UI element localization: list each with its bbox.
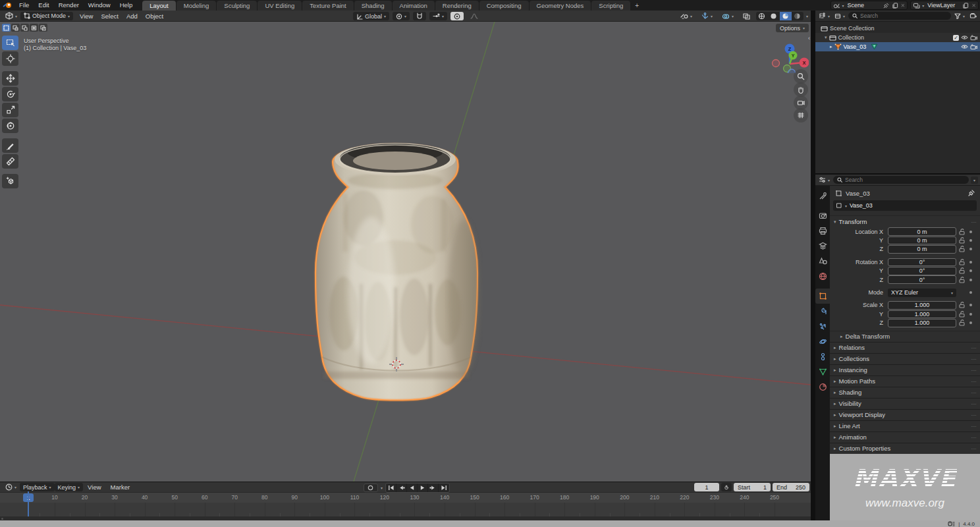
overlays-dropdown[interactable]: ▾ — [719, 12, 737, 20]
remove-viewlayer-icon[interactable]: ✕ — [971, 3, 976, 9]
viewport-menu-object[interactable]: Object — [142, 11, 167, 22]
lock-open-icon[interactable] — [956, 246, 967, 252]
pivot-point-dropdown[interactable]: ▾ — [393, 12, 410, 20]
lock-open-icon[interactable] — [956, 311, 967, 318]
gizmos-dropdown[interactable]: ▾ — [698, 12, 716, 20]
select-mode-invert[interactable] — [30, 24, 38, 32]
disclosure-closed-icon[interactable]: ▸ — [830, 44, 832, 49]
tool-transform[interactable] — [2, 119, 18, 133]
value-field[interactable]: 0 m — [888, 227, 956, 236]
panel-custom-properties[interactable]: Custom Properties···· — [830, 443, 980, 454]
shading-rendered-button[interactable] — [792, 12, 803, 20]
tab-object-data[interactable] — [815, 364, 830, 379]
workspace-tab-sculpting[interactable]: Sculpting — [217, 1, 257, 11]
next-keyframe-button[interactable] — [428, 484, 439, 492]
play-button[interactable] — [418, 484, 428, 492]
orientation-dropdown[interactable]: Global ▾ — [353, 12, 389, 20]
lock-open-icon[interactable] — [956, 229, 967, 235]
playhead[interactable] — [28, 491, 29, 516]
viewport-menu-select[interactable]: Select — [97, 11, 122, 22]
tool-add-cube[interactable] — [2, 174, 18, 188]
viewport-canvas[interactable]: User Perspective (1) Collection | Vase_0… — [0, 22, 811, 482]
outliner-filter-dropdown[interactable]: ▾ — [953, 12, 966, 20]
tool-rotate[interactable] — [2, 87, 18, 101]
lock-open-icon[interactable] — [956, 277, 967, 283]
workspace-tab-rendering[interactable]: Rendering — [435, 1, 479, 11]
new-viewlayer-icon[interactable] — [962, 3, 969, 9]
tool-annotate[interactable] — [2, 138, 18, 153]
decorator-dot[interactable] — [967, 231, 975, 233]
decorator-dot[interactable] — [967, 304, 975, 306]
select-mode-extend[interactable] — [11, 24, 20, 32]
hide-eye-icon[interactable] — [961, 44, 968, 49]
drag-handle-icon[interactable]: ···· — [971, 219, 976, 225]
jump-to-start-button[interactable] — [386, 484, 396, 492]
timeline-editor-type-button[interactable]: ▾ — [2, 483, 20, 491]
editor-type-button[interactable]: ▾ — [2, 12, 20, 20]
properties-filter-dropdown[interactable]: ▾ — [971, 177, 978, 184]
value-field[interactable]: 1.000 — [888, 319, 956, 327]
decorator-dot[interactable] — [967, 239, 975, 242]
proportional-falloff-dropdown[interactable] — [467, 12, 481, 20]
panel-relations[interactable]: Relations···· — [830, 342, 980, 353]
shading-dropdown[interactable]: ▾ — [806, 14, 808, 18]
pan-button[interactable] — [794, 82, 808, 97]
pin-id-icon[interactable] — [968, 190, 975, 196]
auto-keying-dropdown[interactable]: ▾ — [381, 485, 383, 490]
panel-line-art[interactable]: Line Art···· — [830, 420, 980, 431]
timeline-ruler[interactable]: 1 10203040506070809010011012013014015016… — [0, 493, 811, 503]
outliner-row-vase[interactable]: ▸ Vase_03 — [815, 42, 980, 51]
value-field[interactable]: 0° — [888, 275, 956, 284]
tab-material[interactable] — [815, 379, 830, 395]
breadcrumb-object-name[interactable]: Vase_03 — [846, 190, 870, 197]
disable-render-camera-icon[interactable] — [970, 44, 977, 50]
value-field[interactable]: 0° — [888, 267, 956, 275]
new-collection-button[interactable] — [968, 12, 978, 20]
value-field[interactable]: 1.000 — [888, 301, 956, 310]
panel-shading[interactable]: Shading···· — [830, 387, 980, 398]
zoom-button[interactable] — [794, 69, 808, 84]
xray-toggle[interactable] — [740, 12, 753, 20]
panel-animation[interactable]: Animation···· — [830, 431, 980, 443]
auto-keying-toggle[interactable] — [364, 484, 378, 492]
value-field[interactable]: 0 m — [888, 236, 956, 245]
menu-render[interactable]: Render — [54, 0, 84, 11]
tab-constraints[interactable] — [815, 349, 830, 364]
outliner-row-scene-collection[interactable]: Scene Collection — [815, 24, 980, 33]
select-mode-intersect[interactable] — [39, 24, 47, 32]
tool-scale[interactable] — [2, 103, 18, 117]
value-field[interactable]: 1.000 — [888, 310, 956, 319]
tab-world[interactable] — [815, 269, 830, 284]
workspace-tab-compositing[interactable]: Compositing — [479, 1, 529, 11]
viewport-menu-add[interactable]: Add — [122, 11, 142, 22]
panel-visibility[interactable]: Visibility···· — [830, 398, 980, 409]
tool-measure[interactable] — [2, 154, 18, 169]
blender-logo-icon[interactable] — [3, 1, 13, 9]
object-visibility-dropdown[interactable]: ▾ — [677, 12, 695, 20]
timeline-marker-menu[interactable]: Marker — [106, 482, 135, 493]
workspace-tab-scripting[interactable]: Scripting — [591, 1, 630, 11]
disclosure-open-icon[interactable]: ▾ — [825, 35, 827, 40]
decorator-dot[interactable] — [967, 269, 975, 272]
properties-search-input[interactable]: Search — [833, 176, 969, 184]
scene-selector[interactable]: ▾ Scene ✕ — [830, 1, 908, 10]
viewlayer-selector[interactable]: ▾ ViewLayer ✕ — [910, 1, 979, 10]
current-frame-field[interactable]: 1 — [694, 483, 719, 491]
tab-output[interactable] — [815, 223, 830, 238]
workspace-tab-texture-paint[interactable]: Texture Paint — [302, 1, 353, 11]
timeline-view-menu[interactable]: View — [83, 482, 105, 493]
workspace-tab-geometry-nodes[interactable]: Geometry Nodes — [530, 1, 591, 11]
add-workspace-button[interactable]: + — [630, 2, 643, 9]
new-scene-icon[interactable] — [892, 3, 899, 9]
menu-window[interactable]: Window — [84, 0, 115, 11]
viewport-menu-view[interactable]: View — [76, 11, 97, 22]
tab-physics[interactable] — [815, 334, 830, 349]
menu-edit[interactable]: Edit — [34, 0, 53, 11]
timeline-track[interactable] — [0, 503, 811, 516]
decorator-dot[interactable] — [967, 248, 975, 250]
decorator-dot[interactable] — [967, 279, 975, 281]
object-name-field[interactable]: ▾ Vase_03 — [833, 200, 977, 211]
playback-dropdown[interactable]: Playback▾ — [20, 483, 55, 491]
navigation-gizmo[interactable]: Z X Y — [767, 31, 809, 73]
tab-particles[interactable] — [815, 319, 830, 334]
